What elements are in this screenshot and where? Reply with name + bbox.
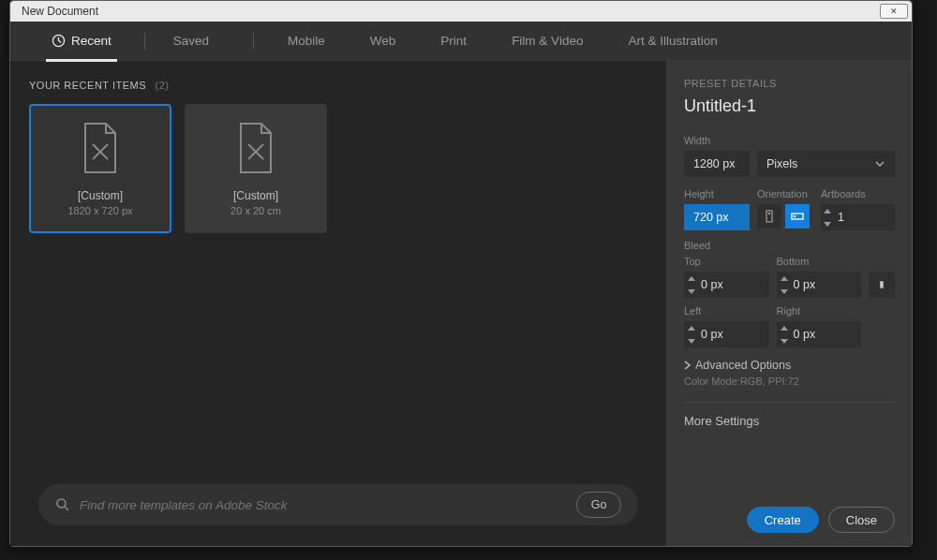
tab-print[interactable]: Print — [418, 22, 489, 61]
main-area: YOUR RECENT ITEMS (2) [Custom] 1820 x 72… — [10, 61, 912, 546]
create-label: Create — [765, 513, 801, 527]
window-close-button[interactable]: ✕ — [880, 4, 908, 19]
orientation-landscape[interactable] — [785, 204, 810, 228]
tab-label: Mobile — [288, 34, 325, 48]
tab-web[interactable]: Web — [348, 22, 419, 61]
chevron-down-icon — [824, 222, 831, 227]
width-label: Width — [684, 135, 895, 146]
tab-label: Art & Illustration — [628, 34, 717, 48]
svg-point-3 — [768, 213, 771, 215]
svg-point-1 — [57, 499, 66, 508]
chevron-down-icon — [781, 339, 788, 344]
preset-card[interactable]: [Custom] 1820 x 720 px — [29, 104, 171, 233]
recent-items-panel: YOUR RECENT ITEMS (2) [Custom] 1820 x 72… — [10, 61, 666, 546]
close-button[interactable]: Close — [828, 507, 895, 533]
orientation-group — [757, 204, 813, 228]
link-bleed-button[interactable] — [869, 272, 895, 298]
bleed-bottom-label: Bottom — [777, 256, 862, 267]
units-value: Pixels — [766, 157, 797, 170]
tab-film-video[interactable]: Film & Video — [489, 22, 605, 61]
artboards-stepper[interactable] — [821, 204, 895, 230]
heading-text: YOUR RECENT ITEMS — [29, 80, 146, 91]
bleed-right-label: Right — [777, 305, 862, 317]
chevron-up-icon — [688, 326, 695, 331]
chevron-up-icon — [824, 209, 831, 214]
clock-icon — [52, 34, 66, 48]
chevron-up-icon — [781, 326, 788, 331]
recent-items-heading: YOUR RECENT ITEMS (2) — [29, 80, 647, 91]
window-body: Recent Saved Mobile Web Print Film & Vid… — [10, 22, 912, 546]
link-icon — [875, 278, 888, 291]
bleed-label: Bleed — [684, 240, 895, 251]
template-search-input[interactable] — [80, 498, 576, 512]
template-search-bar: Go — [38, 484, 638, 525]
tab-saved[interactable]: Saved — [151, 22, 231, 61]
landscape-icon — [791, 210, 804, 223]
bleed-bottom-stepper[interactable] — [777, 272, 862, 298]
tab-art-illustration[interactable]: Art & Illustration — [605, 22, 739, 61]
bleed-left-input[interactable] — [699, 328, 746, 341]
bleed-top-stepper[interactable] — [684, 272, 769, 298]
more-settings-link[interactable]: More Settings — [684, 414, 895, 428]
document-icon — [80, 122, 121, 174]
document-name[interactable]: Untitled-1 — [684, 96, 895, 116]
bleed-right-input[interactable] — [792, 328, 839, 341]
chevron-down-icon — [688, 339, 695, 344]
color-mode-summary: Color Mode:RGB, PPI:72 — [684, 376, 895, 387]
tab-recent[interactable]: Recent — [29, 22, 134, 61]
tab-label: Saved — [173, 34, 209, 48]
bleed-right-stepper[interactable] — [777, 321, 862, 347]
tab-label: Film & Video — [512, 34, 583, 48]
search-icon — [55, 497, 70, 512]
go-label: Go — [591, 498, 607, 511]
title-bar: New Document ✕ — [10, 1, 912, 22]
go-button[interactable]: Go — [576, 492, 621, 518]
card-size: 20 x 20 cm — [231, 205, 281, 216]
window-title: New Document — [14, 5, 98, 18]
tab-label: Print — [440, 34, 467, 48]
tab-mobile[interactable]: Mobile — [265, 22, 348, 61]
dialog-buttons: Create Close — [747, 507, 895, 533]
orientation-label: Orientation — [757, 188, 813, 199]
chevron-down-icon — [781, 289, 788, 294]
bleed-left-label: Left — [684, 305, 769, 317]
units-dropdown[interactable]: Pixels — [757, 151, 895, 177]
artboards-label: Artboards — [821, 188, 895, 199]
tab-separator — [144, 33, 145, 50]
card-size: 1820 x 720 px — [67, 205, 132, 216]
chevron-up-icon — [781, 276, 788, 281]
card-name: [Custom] — [233, 189, 278, 202]
orientation-portrait[interactable] — [757, 204, 781, 228]
chevron-up-icon — [688, 276, 695, 281]
chevron-right-icon — [684, 361, 692, 370]
preset-cards: [Custom] 1820 x 720 px [Custom] 20 x 20 … — [29, 104, 647, 233]
portrait-icon — [763, 210, 776, 223]
advanced-options-toggle[interactable]: Advanced Options — [684, 359, 895, 372]
bleed-top-input[interactable] — [699, 278, 746, 291]
tab-separator — [253, 33, 254, 50]
bleed-top-label: Top — [684, 256, 769, 267]
heading-count: (2) — [156, 80, 170, 91]
card-name: [Custom] — [78, 189, 123, 202]
create-button[interactable]: Create — [747, 507, 819, 533]
preset-details-label: PRESET DETAILS — [684, 78, 895, 89]
close-label: Close — [846, 513, 877, 527]
divider — [684, 402, 895, 403]
height-input[interactable] — [684, 204, 750, 230]
width-input[interactable] — [684, 151, 750, 177]
height-label: Height — [684, 188, 750, 199]
svg-point-5 — [794, 215, 796, 218]
new-document-window: New Document ✕ Recent Saved Mobile Web P… — [9, 0, 913, 547]
chevron-down-icon — [688, 289, 695, 294]
bleed-bottom-input[interactable] — [792, 278, 839, 291]
close-icon: ✕ — [890, 7, 898, 16]
document-icon — [235, 122, 276, 174]
artboards-input[interactable] — [834, 211, 868, 224]
tab-label: Web — [370, 34, 396, 48]
preset-details-panel: PRESET DETAILS Untitled-1 Width Pixels H… — [666, 61, 912, 546]
preset-card[interactable]: [Custom] 20 x 20 cm — [185, 104, 327, 233]
bleed-left-stepper[interactable] — [684, 321, 769, 347]
chevron-down-icon — [874, 158, 885, 169]
category-tabs: Recent Saved Mobile Web Print Film & Vid… — [10, 22, 912, 61]
advanced-options-label: Advanced Options — [695, 359, 791, 372]
